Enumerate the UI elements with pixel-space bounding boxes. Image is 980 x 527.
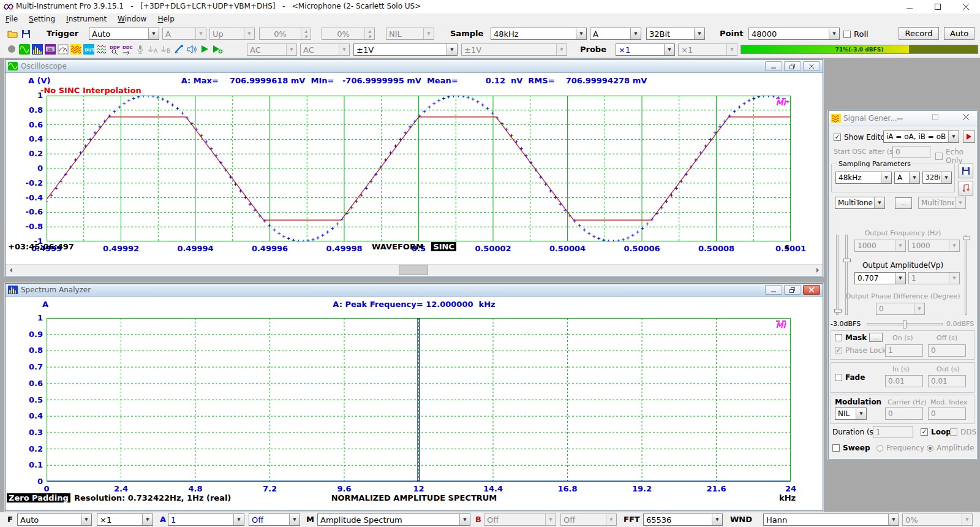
maximize-icon[interactable] bbox=[932, 113, 939, 123]
scrollbar-thumb[interactable] bbox=[399, 265, 428, 275]
open-file-icon[interactable] bbox=[7, 28, 18, 40]
minimize-icon[interactable] bbox=[895, 0, 924, 13]
sample-bits-select[interactable]: 32Bit▼ bbox=[646, 28, 705, 40]
spectrum-titlebar[interactable]: Spectrum Analyzer bbox=[6, 284, 823, 297]
point-count-select[interactable]: 48000▼ bbox=[748, 28, 840, 40]
close-icon[interactable] bbox=[952, 0, 980, 13]
chevron-down-icon[interactable]: ▼ bbox=[447, 44, 457, 55]
checkbox-icon[interactable] bbox=[843, 31, 851, 38]
chevron-down-icon[interactable]: ▼ bbox=[664, 44, 674, 55]
auto-button[interactable]: Auto bbox=[944, 27, 974, 40]
chevron-down-icon[interactable]: ▼ bbox=[81, 514, 91, 525]
checkbox-icon[interactable] bbox=[835, 334, 842, 341]
minimize-icon[interactable] bbox=[765, 61, 782, 71]
chevron-down-icon[interactable]: ▼ bbox=[948, 131, 959, 142]
menu-instrument[interactable]: Instrument bbox=[61, 13, 112, 26]
chevron-down-icon[interactable]: ▼ bbox=[694, 28, 704, 39]
data-logger-icon[interactable] bbox=[57, 43, 69, 55]
restore-icon[interactable] bbox=[784, 285, 801, 295]
save-icon[interactable] bbox=[20, 28, 32, 40]
close-icon[interactable] bbox=[803, 61, 820, 71]
oscilloscope-titlebar[interactable]: Oscilloscope bbox=[6, 60, 823, 73]
multitones-config-button[interactable]: ... bbox=[895, 197, 912, 209]
range-a-select[interactable]: ±1V▼ bbox=[353, 44, 458, 56]
wave-a-select[interactable]: MultiTones▼ bbox=[835, 197, 885, 209]
menu-setting[interactable]: Setting bbox=[23, 13, 61, 26]
chevron-down-icon[interactable]: ▼ bbox=[233, 514, 244, 525]
multimeter-icon[interactable]: 88 bbox=[44, 43, 56, 55]
gen-rate-select[interactable]: 48kHz▼ bbox=[835, 172, 892, 184]
chevron-down-icon[interactable]: ▼ bbox=[712, 514, 722, 525]
frequency-slider-a[interactable] bbox=[845, 235, 848, 315]
gen-channel-select[interactable]: A▼ bbox=[894, 172, 920, 184]
sample-channel-select[interactable]: A▼ bbox=[590, 28, 641, 40]
chevron-down-icon[interactable]: ▼ bbox=[142, 514, 153, 525]
a-gain-select[interactable]: 1▼ bbox=[168, 514, 244, 526]
routing-select[interactable]: iA = oA, iB = oB▼ bbox=[883, 131, 959, 143]
minimize-icon[interactable] bbox=[896, 113, 903, 123]
gen-bits-select[interactable]: 32Bit▼ bbox=[922, 172, 952, 184]
ddp-viewer-icon[interactable]: DDP bbox=[108, 43, 120, 55]
loop-checkbox[interactable]: Loop bbox=[921, 428, 951, 436]
run-icon[interactable] bbox=[198, 43, 210, 55]
slider-thumb[interactable] bbox=[903, 320, 907, 328]
sound-output-icon[interactable] bbox=[186, 43, 197, 55]
microphone-icon[interactable] bbox=[134, 43, 146, 55]
scroll-left-icon[interactable] bbox=[6, 265, 16, 275]
show-editor-checkbox[interactable]: Show Editor bbox=[834, 133, 888, 142]
ground-b-icon[interactable]: B bbox=[160, 43, 172, 55]
analysis-mode-select[interactable]: Amplitude Spectrum▼ bbox=[317, 514, 470, 526]
sample-rate-select[interactable]: 48kHz▼ bbox=[491, 28, 587, 40]
checkbox-icon[interactable] bbox=[835, 374, 842, 381]
generator-run-button[interactable] bbox=[963, 131, 975, 143]
chevron-down-icon[interactable]: ▼ bbox=[874, 197, 884, 208]
checkbox-icon[interactable] bbox=[834, 134, 841, 141]
sweep-checkbox[interactable]: Sweep bbox=[832, 444, 870, 452]
ground-a-icon[interactable]: A bbox=[147, 43, 159, 55]
maximize-icon[interactable] bbox=[924, 0, 952, 13]
play-music-file-button[interactable] bbox=[959, 181, 973, 195]
oscilloscope-icon[interactable] bbox=[18, 43, 30, 55]
record-button[interactable]: Record bbox=[899, 27, 939, 40]
roll-checkbox[interactable]: Roll bbox=[843, 29, 869, 39]
chevron-down-icon[interactable]: ▼ bbox=[941, 172, 951, 183]
run-echo-icon[interactable] bbox=[211, 43, 223, 55]
close-icon[interactable] bbox=[803, 285, 820, 295]
window-function-select[interactable]: Hann▼ bbox=[763, 514, 899, 526]
ddc-icon[interactable]: DDC bbox=[121, 43, 133, 55]
device-test-plan-icon[interactable]: DUT bbox=[83, 43, 94, 55]
spectrum-analyzer-icon[interactable] bbox=[31, 43, 43, 55]
fade-checkbox[interactable]: Fade bbox=[835, 373, 865, 382]
menu-file[interactable]: File bbox=[0, 13, 23, 26]
chevron-down-icon[interactable]: ▼ bbox=[630, 28, 641, 39]
menu-help[interactable]: Help bbox=[152, 13, 179, 26]
record-icon[interactable] bbox=[6, 43, 17, 55]
frequency-slider-b[interactable] bbox=[965, 235, 967, 315]
dbfs-slider[interactable] bbox=[867, 323, 943, 325]
chevron-down-icon[interactable]: ▼ bbox=[829, 28, 839, 39]
chevron-down-icon[interactable]: ▼ bbox=[289, 514, 300, 525]
derived-data-curves-icon[interactable] bbox=[96, 43, 107, 55]
freq-mult-select[interactable]: ×1▼ bbox=[97, 514, 153, 526]
chevron-down-icon[interactable]: ▼ bbox=[881, 172, 891, 183]
calibration-icon[interactable] bbox=[173, 43, 184, 55]
chevron-down-icon[interactable]: ▼ bbox=[909, 172, 919, 183]
chevron-down-icon[interactable]: ▼ bbox=[888, 514, 899, 525]
chevron-down-icon[interactable]: ▼ bbox=[576, 28, 586, 39]
modulation-type-select[interactable]: NIL▼ bbox=[835, 408, 867, 420]
freq-axis-select[interactable]: Auto▼ bbox=[17, 514, 92, 526]
chevron-down-icon[interactable]: ▼ bbox=[459, 514, 470, 525]
fft-size-select[interactable]: 65536▼ bbox=[643, 514, 723, 526]
amplitude-slider-a[interactable] bbox=[836, 235, 839, 315]
checkbox-icon[interactable] bbox=[832, 444, 840, 452]
signal-generator-titlebar[interactable]: Signal Gener... bbox=[829, 111, 977, 126]
slider-thumb[interactable] bbox=[834, 309, 842, 313]
signal-generator-icon[interactable] bbox=[70, 43, 81, 55]
sinc-badge[interactable]: SINC bbox=[431, 242, 456, 251]
scroll-right-icon[interactable] bbox=[812, 265, 823, 275]
save-signal-button[interactable] bbox=[959, 164, 973, 178]
trigger-mode-select[interactable]: Auto▼ bbox=[89, 28, 159, 40]
minimize-icon[interactable] bbox=[765, 285, 782, 295]
oscilloscope-scrollbar[interactable] bbox=[6, 264, 823, 275]
chevron-down-icon[interactable]: ▼ bbox=[856, 408, 866, 419]
